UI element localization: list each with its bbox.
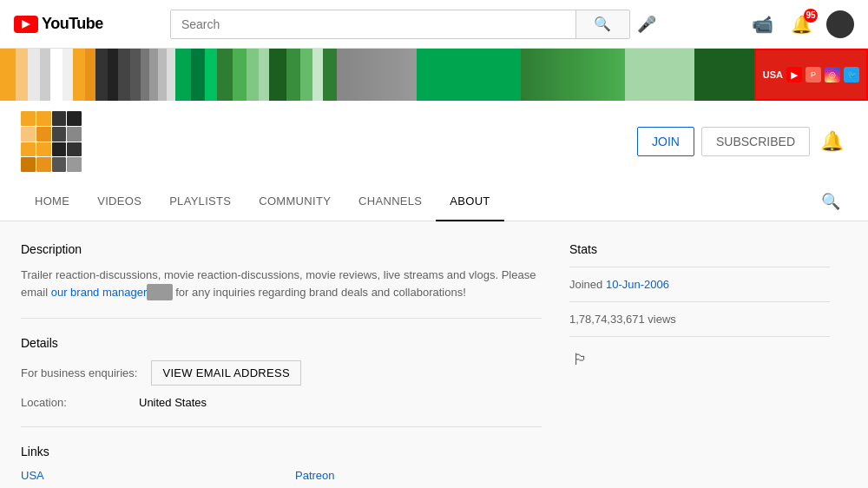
nav-right: 📹 🔔 95	[748, 10, 854, 38]
tab-search-button[interactable]: 🔍	[814, 185, 847, 218]
location-label: Location:	[21, 396, 125, 409]
stats-section: Stats Joined 10-Jun-2006 1,78,74,33,671 …	[569, 242, 830, 373]
yt-logo-icon	[14, 16, 38, 33]
main-content: Description Trailer reaction-discussions…	[0, 221, 868, 488]
upload-button[interactable]: 📹	[748, 10, 777, 38]
upload-icon: 📹	[752, 15, 773, 34]
tab-home[interactable]: HOME	[21, 182, 83, 221]
instagram-social-icon[interactable]: ◎	[825, 67, 840, 82]
divider-1	[21, 318, 542, 319]
notification-badge: 95	[804, 9, 818, 23]
flag-button[interactable]: 🏳	[569, 347, 592, 373]
location-row: Location: United States	[21, 396, 542, 409]
joined-stat: Joined 10-Jun-2006	[569, 278, 830, 291]
details-section: Details For business enquiries: VIEW EMA…	[21, 336, 542, 409]
mic-button[interactable]: 🎤	[637, 15, 656, 34]
channel-banner: USA ▶ P ◎ 🐦	[0, 49, 868, 101]
search-bar: 🔍	[170, 10, 630, 39]
description-section: Description Trailer reaction-discussions…	[21, 242, 542, 300]
top-nav: YouTube 🔍 🎤 📹 🔔 95	[0, 0, 868, 49]
stat-divider-3	[569, 336, 830, 337]
divider-2	[21, 426, 542, 427]
joined-date: 10-Jun-2006	[606, 278, 669, 291]
notification-button[interactable]: 🔔 95	[787, 10, 816, 38]
youtube-logo[interactable]: YouTube	[14, 15, 103, 33]
brand-manager-link[interactable]: our brand manager	[51, 286, 148, 299]
avatar-mosaic	[21, 111, 82, 172]
yt-social-icon[interactable]: ▶	[786, 67, 802, 82]
subscribed-button[interactable]: SUBSCRIBED	[701, 127, 810, 156]
links-title: Links	[21, 445, 542, 458]
yt-logo-text: YouTube	[42, 15, 103, 33]
mic-icon: 🎤	[637, 16, 656, 33]
views-stat: 1,78,74,33,671 views	[569, 313, 830, 326]
stats-title: Stats	[569, 242, 830, 256]
link-item[interactable]: USA	[21, 469, 267, 482]
stat-divider-2	[569, 301, 830, 302]
channel-avatar	[21, 111, 82, 172]
search-input[interactable]	[171, 10, 575, 38]
description-text: Trailer reaction-discussions, movie reac…	[21, 267, 542, 300]
details-title: Details	[21, 336, 542, 350]
twitter-social-icon[interactable]: 🐦	[844, 67, 859, 82]
channel-header: JOIN SUBSCRIBED 🔔	[0, 101, 868, 182]
blurred-email	[147, 284, 172, 301]
country-bar: USA ▶ P ◎ 🐦	[754, 49, 868, 101]
left-column: Description Trailer reaction-discussions…	[21, 242, 542, 488]
description-text-part2: for any inquiries regarding brand deals …	[173, 286, 466, 299]
tab-videos[interactable]: VIDEOS	[83, 182, 155, 221]
search-icon: 🔍	[594, 16, 611, 32]
patron-social-icon[interactable]: P	[806, 67, 821, 82]
user-avatar[interactable]	[826, 10, 854, 38]
search-icon: 🔍	[821, 193, 840, 210]
flag-icon: 🏳	[573, 351, 589, 368]
tab-about[interactable]: ABOUT	[436, 182, 503, 221]
tab-playlists[interactable]: PLAYLISTS	[155, 182, 245, 221]
link-item[interactable]: Patreon	[295, 469, 542, 482]
channel-bell-button[interactable]: 🔔	[817, 127, 847, 156]
links-grid: USAPatreonInstagramTwitterFacebook	[21, 469, 542, 488]
view-email-button[interactable]: VIEW EMAIL ADDRESS	[151, 360, 301, 386]
channel-actions: JOIN SUBSCRIBED 🔔	[637, 127, 847, 156]
business-label: For business enquiries:	[21, 366, 137, 379]
tab-channels[interactable]: CHANNELS	[345, 182, 436, 221]
description-title: Description	[21, 242, 542, 256]
search-button[interactable]: 🔍	[575, 10, 629, 38]
tab-community[interactable]: COMMUNITY	[245, 182, 345, 221]
location-value: United States	[139, 396, 207, 409]
bell-icon: 🔔	[820, 130, 844, 152]
joined-label: Joined	[569, 278, 606, 291]
country-label: USA	[763, 69, 783, 80]
links-section: Links USAPatreonInstagramTwitterFacebook	[21, 445, 542, 488]
join-button[interactable]: JOIN	[637, 127, 694, 156]
email-row: For business enquiries: VIEW EMAIL ADDRE…	[21, 360, 542, 386]
channel-tabs: HOME VIDEOS PLAYLISTS COMMUNITY CHANNELS…	[0, 182, 868, 221]
right-column: Stats Joined 10-Jun-2006 1,78,74,33,671 …	[569, 242, 830, 488]
stat-divider-1	[569, 267, 830, 267]
